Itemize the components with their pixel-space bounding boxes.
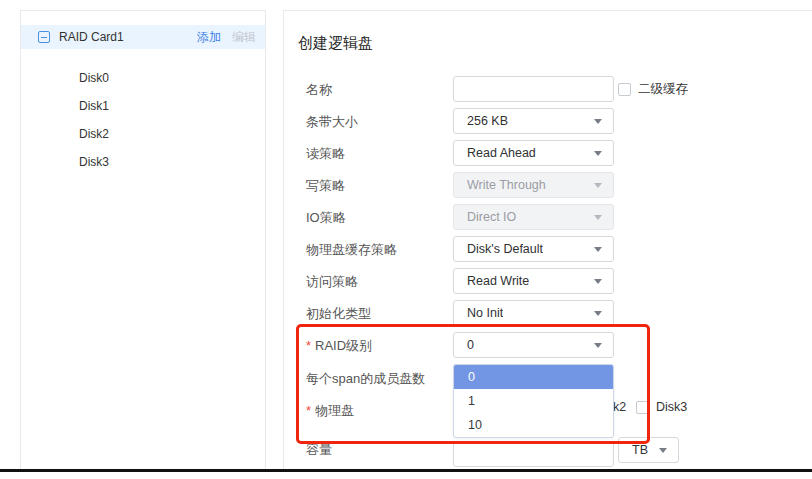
read-policy-label: 读策略 [306, 146, 345, 162]
disk-cache-policy-select[interactable]: Disk's Default [453, 236, 614, 262]
chevron-down-icon [594, 151, 602, 156]
name-input[interactable] [453, 76, 614, 102]
page-title: 创建逻辑盘 [298, 34, 373, 53]
tree-actions: 添加 编辑 [197, 29, 256, 46]
tree-node-label: RAID Card1 [59, 30, 124, 44]
raid-level-label: *RAID级别 [306, 338, 372, 354]
chevron-down-icon [594, 343, 602, 348]
stripe-size-value: 256 KB [467, 114, 508, 128]
secondary-cache-label: 二级缓存 [638, 81, 688, 98]
capacity-unit-select[interactable]: TB [618, 437, 679, 463]
disk3-checkbox-item[interactable]: Disk3 [636, 400, 687, 414]
edit-link[interactable]: 编辑 [232, 29, 256, 46]
stripe-size-label: 条带大小 [306, 114, 358, 130]
raid-level-select[interactable]: 0 [453, 332, 614, 358]
init-type-value: No Init [467, 306, 503, 320]
checkbox-icon[interactable] [636, 401, 649, 414]
disks-per-span-label: 每个span的成员盘数 [306, 371, 425, 387]
capacity-unit-value: TB [632, 443, 648, 457]
raid-tree-sidebar: RAID Card1 添加 编辑 Disk0 Disk1 Disk2 Disk3 [20, 10, 266, 469]
access-policy-label: 访问策略 [306, 274, 358, 290]
chevron-down-icon [594, 247, 602, 252]
required-asterisk: * [306, 403, 311, 418]
capacity-input[interactable] [453, 441, 614, 467]
secondary-cache-checkbox-item[interactable]: 二级缓存 [618, 82, 688, 96]
io-policy-value: Direct IO [467, 210, 516, 224]
dropdown-option-10[interactable]: 10 [454, 413, 613, 437]
chevron-down-icon [594, 311, 602, 316]
tree-node-disk2[interactable]: Disk2 [21, 120, 265, 148]
read-policy-select[interactable]: Read Ahead [453, 140, 614, 166]
write-policy-value: Write Through [467, 178, 546, 192]
access-policy-select[interactable]: Read Write [453, 268, 614, 294]
dropdown-option-0[interactable]: 0 [454, 365, 613, 389]
chevron-down-icon [594, 183, 602, 188]
write-policy-label: 写策略 [306, 178, 345, 194]
tree-node-raid-card1[interactable]: RAID Card1 添加 编辑 [21, 25, 265, 49]
required-asterisk: * [306, 338, 311, 353]
capacity-label: 容量 [306, 442, 332, 458]
chevron-down-icon [594, 119, 602, 124]
raid-level-dropdown: 0 1 10 [453, 364, 614, 438]
disk-cache-policy-value: Disk's Default [467, 242, 543, 256]
checkbox-icon[interactable] [618, 83, 631, 96]
io-policy-select: Direct IO [453, 204, 614, 230]
add-link[interactable]: 添加 [197, 29, 221, 46]
init-type-label: 初始化类型 [306, 306, 371, 322]
init-type-select[interactable]: No Init [453, 300, 614, 326]
physical-disks-label: *物理盘 [306, 403, 354, 419]
write-policy-select: Write Through [453, 172, 614, 198]
access-policy-value: Read Write [467, 274, 529, 288]
window-bottom-edge [0, 469, 812, 472]
create-logical-disk-panel: 创建逻辑盘 名称 二级缓存 条带大小 256 KB 读策略 Read Ahead… [283, 10, 812, 469]
name-label: 名称 [306, 82, 332, 98]
tree-node-disk1[interactable]: Disk1 [21, 92, 265, 120]
io-policy-label: IO策略 [306, 210, 346, 226]
dropdown-option-1[interactable]: 1 [454, 389, 613, 413]
chevron-down-icon [659, 448, 667, 453]
chevron-down-icon [594, 279, 602, 284]
collapse-minus-icon[interactable] [38, 31, 50, 43]
chevron-down-icon [594, 215, 602, 220]
read-policy-value: Read Ahead [467, 146, 536, 160]
tree-node-disk0[interactable]: Disk0 [21, 64, 265, 92]
disk3-label: Disk3 [656, 400, 687, 414]
disk-cache-policy-label: 物理盘缓存策略 [306, 242, 397, 258]
stripe-size-select[interactable]: 256 KB [453, 108, 614, 134]
raid-level-value: 0 [467, 338, 474, 352]
tree-node-disk3[interactable]: Disk3 [21, 148, 265, 176]
